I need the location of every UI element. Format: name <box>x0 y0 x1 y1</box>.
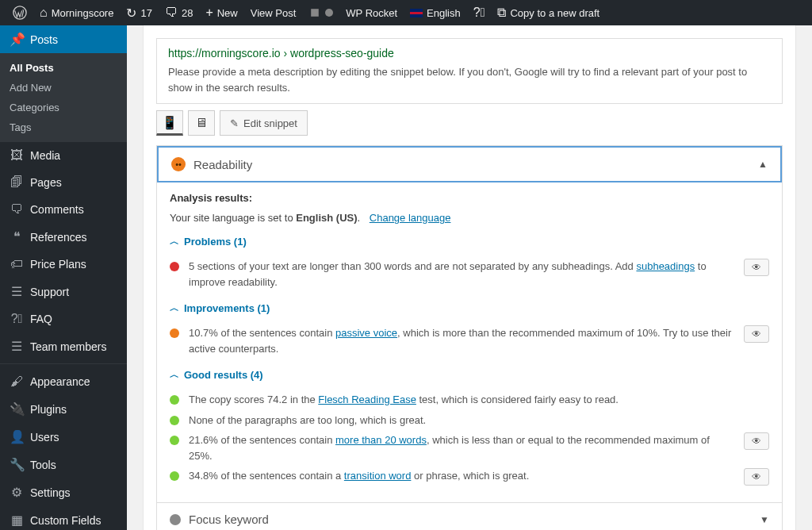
menu-price-label: Price Plans <box>30 258 86 271</box>
site-link[interactable]: ⌂Morningscore <box>33 0 120 25</box>
focus-keyword-title: Focus keyword <box>189 513 752 526</box>
pencil-icon: ✎ <box>230 117 239 129</box>
flesch-link[interactable]: Flesch Reading Ease <box>318 394 416 405</box>
menu-priceplans[interactable]: 🏷Price Plans <box>0 251 127 278</box>
wp-rocket[interactable]: WP Rocket <box>339 0 404 25</box>
comments-count: 28 <box>182 7 193 19</box>
menu-appearance[interactable]: 🖌Appearance <box>0 368 127 395</box>
help-toolbar[interactable]: ?⃝ <box>467 0 492 25</box>
green-bullet-icon <box>170 436 179 445</box>
wordpress-icon <box>13 6 27 20</box>
highlight-button[interactable]: 👁 <box>744 432 769 450</box>
highlight-button[interactable]: 👁 <box>744 259 769 276</box>
yoast-toolbar[interactable] <box>302 0 339 25</box>
eye-icon: 👁 <box>752 470 761 484</box>
readability-title: Readability <box>193 158 750 171</box>
menu-team-label: Team members <box>30 340 106 353</box>
plugin-icon: 🔌 <box>10 401 24 417</box>
mobile-preview-button[interactable]: 📱 <box>156 110 183 136</box>
menu-plugins[interactable]: 🔌Plugins <box>0 395 127 423</box>
g1a: The copy scores 74.2 in the <box>189 394 318 405</box>
menu-faq[interactable]: ?⃝FAQ <box>0 305 127 332</box>
desktop-icon: 🖥 <box>195 116 208 130</box>
chevron-up-icon: ︿ <box>170 368 179 382</box>
focus-keyword-toggle[interactable]: Focus keyword ▼ <box>157 503 782 530</box>
good-results-header[interactable]: ︿Good results (4) <box>170 368 769 382</box>
menu-settings[interactable]: ⚙Settings <box>0 478 127 506</box>
menu-tools-label: Tools <box>30 459 56 471</box>
home-icon: ⌂ <box>40 6 48 20</box>
menu-pages[interactable]: 🗐Pages <box>0 169 127 196</box>
new-content[interactable]: +New <box>199 0 243 25</box>
subheadings-link[interactable]: subheadings <box>636 260 695 272</box>
copy-icon: ⧉ <box>497 6 506 20</box>
passive-voice-link[interactable]: passive voice <box>335 327 397 339</box>
submenu-tags[interactable]: Tags <box>0 117 127 137</box>
eye-icon: 👁 <box>752 434 761 448</box>
menu-references[interactable]: ❝References <box>0 223 127 251</box>
green-bullet-icon <box>170 416 179 425</box>
menu-posts-label: Posts <box>30 33 58 46</box>
readability-toggle[interactable]: •• Readability ▲ <box>157 146 782 182</box>
lang-label: English <box>427 7 461 19</box>
main-content: https://morningscore.io › wordpress-seo-… <box>127 25 812 530</box>
good-item: 21.6% of the sentences contain more than… <box>170 430 769 466</box>
menu-support[interactable]: ☰Support <box>0 278 127 305</box>
g3a: 21.6% of the sentences contain <box>189 434 335 446</box>
highlight-button[interactable]: 👁 <box>744 325 769 343</box>
transition-word-link[interactable]: transition word <box>344 470 412 482</box>
green-bullet-icon <box>170 395 179 405</box>
improvements-header[interactable]: ︿Improvements (1) <box>170 301 769 315</box>
comments-link[interactable]: 🗨28 <box>159 0 199 25</box>
gray-indicator-icon <box>170 514 181 525</box>
refresh-icon: ↻ <box>126 6 136 21</box>
yoast-icon <box>308 6 321 19</box>
chevron-down-icon: ▼ <box>760 514 769 525</box>
menu-custom-fields[interactable]: ▦Custom Fields <box>0 506 127 530</box>
problems-label: Problems (1) <box>184 236 247 248</box>
chevron-up-icon: ︿ <box>170 301 179 315</box>
menu-media[interactable]: 🖾Media <box>0 142 127 169</box>
g2: None of the paragraphs are too long, whi… <box>189 413 769 428</box>
wrench-icon: 🔧 <box>10 457 24 472</box>
problems-header[interactable]: ︿Problems (1) <box>170 235 769 248</box>
site-name: Morningscore <box>52 7 114 19</box>
menu-team[interactable]: ☰Team members <box>0 332 127 360</box>
submenu-all-posts[interactable]: All Posts <box>0 58 127 78</box>
highlight-button[interactable]: 👁 <box>744 468 769 486</box>
improvements-label: Improvements (1) <box>184 302 270 314</box>
support-icon: ☰ <box>10 284 24 299</box>
desktop-preview-button[interactable]: 🖥 <box>188 110 215 136</box>
lang-prefix: Your site language is set to <box>170 212 296 224</box>
menu-tools[interactable]: 🔧Tools <box>0 451 127 478</box>
flag-icon <box>410 9 423 17</box>
copy-label: Copy to a new draft <box>510 7 599 19</box>
chevron-up-icon: ▲ <box>758 159 768 170</box>
impr-text-a: 10.7% of the sentences contain <box>189 327 335 339</box>
team-icon: ☰ <box>10 339 24 354</box>
change-language-link[interactable]: Change language <box>370 212 451 224</box>
media-icon: 🖾 <box>10 148 24 163</box>
help-icon: ?⃝ <box>473 6 485 20</box>
snippet-preview: https://morningscore.io › wordpress-seo-… <box>156 38 783 104</box>
edit-snippet-button[interactable]: ✎Edit snippet <box>220 110 308 136</box>
view-post[interactable]: View Post <box>244 0 303 25</box>
mobile-icon: 📱 <box>162 115 178 130</box>
revisions-link[interactable]: ↻17 <box>120 0 158 25</box>
wp-logo[interactable] <box>6 0 33 25</box>
posts-submenu: All Posts Add New Categories Tags <box>0 53 127 142</box>
quote-icon: ❝ <box>10 229 24 244</box>
copy-draft[interactable]: ⧉Copy to a new draft <box>491 0 606 25</box>
language-switch[interactable]: English <box>404 0 467 25</box>
green-bullet-icon <box>170 471 179 481</box>
menu-pages-label: Pages <box>30 176 62 189</box>
seo-score-icon <box>325 9 333 17</box>
sentence-length-link[interactable]: more than 20 words <box>335 434 427 446</box>
menu-users[interactable]: 👤Users <box>0 423 127 451</box>
submenu-add-new[interactable]: Add New <box>0 78 127 98</box>
menu-appearance-label: Appearance <box>30 375 90 388</box>
submenu-categories[interactable]: Categories <box>0 98 127 117</box>
menu-posts[interactable]: 📌Posts <box>0 25 127 53</box>
orange-bullet-icon <box>170 328 179 338</box>
menu-comments[interactable]: 🗨Comments <box>0 196 127 223</box>
